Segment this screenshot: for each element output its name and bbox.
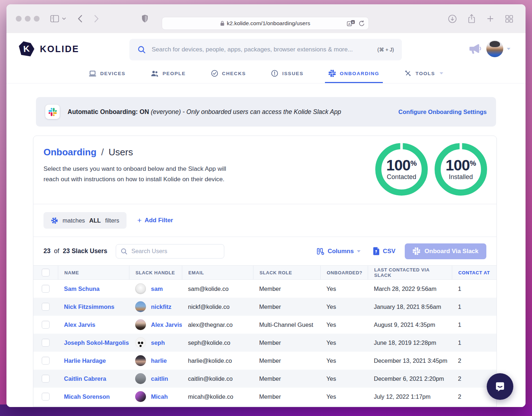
announcements-megaphone-icon[interactable]: [468, 43, 482, 56]
slack-handle-link[interactable]: nickfitz: [151, 303, 171, 310]
downloads-icon[interactable]: [448, 14, 457, 23]
intercom-chat-button[interactable]: [487, 373, 513, 400]
privacy-shield-icon[interactable]: [141, 14, 148, 23]
slack-role-text: Multi-Channel Guest: [259, 321, 313, 328]
select-all-checkbox[interactable]: [42, 269, 50, 276]
slack-handle-link[interactable]: sam: [151, 285, 163, 292]
col-header-slack-role[interactable]: SLACK ROLE: [253, 266, 320, 279]
table-row[interactable]: Micah Sorenson Micah micah@kolide.co Mem…: [33, 388, 497, 406]
row-checkbox[interactable]: [42, 339, 50, 347]
address-bar[interactable]: k2.kolide.com/1/onboarding/users Aa: [162, 17, 369, 30]
window-controls: [16, 16, 40, 22]
laptop-icon: [89, 70, 96, 77]
slack-handle-link[interactable]: Micah: [151, 393, 168, 400]
slack-handle-link[interactable]: harlie: [151, 357, 167, 364]
user-avatar[interactable]: [486, 40, 503, 57]
user-name-link[interactable]: Harlie Hardage: [64, 357, 106, 364]
tab-onboarding[interactable]: ONBOARDING: [325, 65, 383, 83]
row-checkbox[interactable]: [42, 375, 50, 383]
email-text: caitlin@kolide.co: [188, 375, 233, 382]
add-filter-button[interactable]: + Add Filter: [137, 217, 173, 224]
col-header-contact-attempts[interactable]: CONTACT AT: [452, 266, 497, 279]
user-name-link[interactable]: Joseph Sokol-Margolis: [64, 339, 129, 346]
table-row[interactable]: Harlie Hardage harlie harlie@kolide.co M…: [33, 352, 497, 370]
forward-button[interactable]: [94, 15, 99, 23]
url-text: k2.kolide.com/1/onboarding/users: [227, 20, 310, 27]
tab-people[interactable]: PEOPLE: [147, 65, 189, 83]
onboarded-text: Yes: [326, 393, 336, 400]
reload-icon[interactable]: [359, 20, 365, 27]
table-body: Sam Schuna sam sam@kolide.co Member Yes …: [33, 280, 497, 406]
user-name-link[interactable]: Micah Sorenson: [64, 393, 110, 400]
user-name-link[interactable]: Alex Jarvis: [64, 321, 95, 328]
slack-role-text: Member: [259, 375, 281, 382]
gear-icon: [51, 217, 58, 224]
last-contacted-text: December 13, 2021 3:45pm: [374, 357, 448, 364]
csv-export-button[interactable]: CSV: [373, 247, 395, 255]
table-row[interactable]: Nick Fitzsimmons nickfitz nickf@kolide.c…: [33, 298, 497, 316]
row-checkbox[interactable]: [42, 303, 50, 311]
col-header-name[interactable]: NAME: [58, 266, 129, 279]
installed-donut: 100% Installed: [435, 143, 487, 196]
translate-icon[interactable]: Aa: [347, 20, 355, 27]
svg-text:a: a: [352, 20, 354, 24]
last-contacted-text: March 28, 2022 9:56am: [374, 285, 436, 292]
close-window-button[interactable]: [16, 16, 22, 22]
global-search-input[interactable]: [152, 46, 377, 53]
users-table: NAME SLACK HANDLE EMAIL SLACK ROLE ONBOA…: [33, 265, 497, 407]
kolide-logo[interactable]: K KOLIDE: [19, 41, 79, 57]
sidebar-toggle-icon[interactable]: [50, 15, 59, 22]
onboard-via-slack-button[interactable]: Onboard Via Slack: [405, 243, 486, 259]
table-row[interactable]: Alex Jarvis Alex Jarvis alex@thegnar.co …: [33, 316, 497, 334]
tab-tools[interactable]: TOOLS: [401, 65, 447, 83]
tab-issues[interactable]: ISSUES: [267, 65, 307, 83]
columns-dropdown[interactable]: Columns: [316, 247, 361, 255]
row-checkbox[interactable]: [42, 357, 50, 365]
col-header-onboarded[interactable]: ONBOARDED?: [320, 266, 368, 279]
slack-role-text: Member: [259, 339, 281, 346]
breadcrumb-onboarding-link[interactable]: Onboarding: [43, 147, 96, 157]
global-search-bar[interactable]: (⌘ + J): [129, 39, 402, 60]
tab-devices[interactable]: DEVICES: [85, 65, 129, 83]
tab-checks[interactable]: CHECKS: [207, 65, 250, 83]
minimize-window-button[interactable]: [25, 16, 31, 22]
search-icon: [120, 248, 128, 255]
kolide-logo-mark: K: [19, 41, 35, 57]
onboarded-text: Yes: [326, 285, 336, 292]
last-contacted-text: August 9, 2021 4:35pm: [374, 321, 435, 328]
users-search-field[interactable]: [116, 244, 224, 259]
avatar: [135, 283, 146, 294]
share-icon[interactable]: [468, 14, 476, 23]
primary-nav: DEVICES PEOPLE CHECKS ISSUES ONBOARDING: [6, 65, 526, 83]
users-search-input[interactable]: [131, 248, 220, 255]
onboarded-text: Yes: [326, 339, 336, 346]
col-header-email[interactable]: EMAIL: [182, 266, 253, 279]
new-tab-icon[interactable]: [486, 15, 494, 23]
account-menu-caret-icon[interactable]: [507, 48, 510, 50]
slack-handle-link[interactable]: Alex Jarvis: [151, 321, 182, 328]
zoom-window-button[interactable]: [34, 16, 40, 22]
row-checkbox[interactable]: [42, 285, 50, 293]
row-checkbox[interactable]: [42, 321, 50, 329]
last-contacted-text: January 18, 2021 8:56am: [374, 303, 441, 310]
slack-handle-link[interactable]: caitlin: [151, 375, 168, 382]
user-name-link[interactable]: Sam Schuna: [64, 285, 100, 292]
last-contacted-text: June 18, 2019 12:28pm: [374, 339, 436, 346]
contact-attempts-text: 1: [458, 321, 461, 328]
slack-handle-link[interactable]: seph: [151, 339, 165, 346]
table-row[interactable]: Sam Schuna sam sam@kolide.co Member Yes …: [33, 280, 497, 298]
configure-onboarding-settings-link[interactable]: Configure Onboarding Settings: [398, 109, 487, 115]
user-name-link[interactable]: Caitlin Cabrera: [64, 375, 106, 382]
onboarded-text: Yes: [326, 375, 336, 382]
col-header-slack-handle[interactable]: SLACK HANDLE: [129, 266, 182, 279]
back-button[interactable]: [78, 15, 82, 23]
sidebar-chevron-icon[interactable]: [62, 17, 66, 20]
filter-matches-pill[interactable]: matches ALL filters: [43, 212, 127, 229]
user-name-link[interactable]: Nick Fitzsimmons: [64, 303, 114, 310]
tab-overview-icon[interactable]: [505, 15, 513, 23]
col-header-last-contacted[interactable]: LAST CONTACTED VIA SLACK: [368, 266, 452, 279]
table-row[interactable]: Joseph Sokol-Margolis seph seph@kolide.c…: [33, 334, 497, 352]
table-row[interactable]: Caitlin Cabrera caitlin caitlin@kolide.c…: [33, 370, 497, 388]
last-contacted-text: December 6, 2021 2:20pm: [374, 375, 444, 382]
row-checkbox[interactable]: [42, 393, 50, 401]
